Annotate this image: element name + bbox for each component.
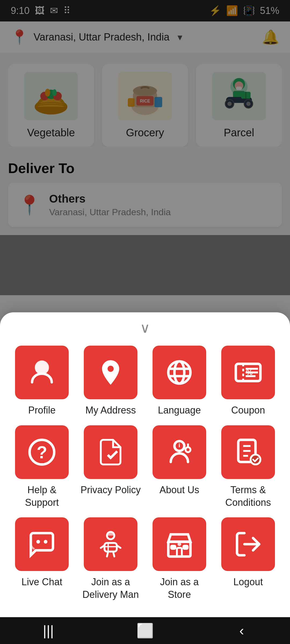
terms-icon-box	[221, 425, 275, 479]
svg-rect-60	[177, 548, 182, 557]
privacy-label: Privacy Policy	[81, 484, 141, 496]
address-label: My Address	[85, 404, 136, 417]
menu-grid: Profile My Address Language	[11, 346, 279, 601]
svg-point-63	[177, 543, 181, 546]
logout-icon	[233, 529, 263, 559]
menu-item-address[interactable]: My Address	[79, 346, 142, 417]
drawer-handle[interactable]: ∨	[11, 312, 279, 346]
svg-rect-61	[171, 546, 176, 549]
address-icon	[96, 358, 125, 387]
svg-line-57	[113, 552, 114, 557]
store-icon-box	[153, 517, 206, 571]
svg-point-49	[44, 540, 48, 544]
svg-text:?: ?	[37, 443, 47, 462]
profile-icon	[27, 358, 57, 387]
nav-back[interactable]: ‹	[231, 620, 252, 641]
profile-icon-box	[15, 346, 69, 399]
store-icon	[165, 529, 194, 559]
privacy-icon-box	[84, 425, 137, 479]
help-icon-box: ?	[15, 425, 69, 479]
language-icon	[165, 358, 194, 387]
language-label: Language	[158, 404, 201, 417]
profile-label: Profile	[28, 404, 56, 417]
overlay	[0, 0, 290, 295]
terms-label: Terms & Conditions	[217, 484, 279, 509]
nav-recent-apps[interactable]: |||	[38, 620, 59, 641]
logout-icon-box	[221, 517, 275, 571]
menu-item-privacy[interactable]: Privacy Policy	[79, 425, 142, 509]
chat-icon	[27, 529, 57, 559]
menu-item-help[interactable]: ? Help & Support	[11, 425, 73, 509]
svg-point-47	[251, 455, 260, 464]
menu-item-coupon[interactable]: % Coupon	[217, 346, 279, 417]
chat-icon-box	[15, 517, 69, 571]
logout-label: Logout	[233, 576, 263, 588]
svg-point-48	[36, 540, 40, 544]
svg-rect-62	[183, 546, 188, 549]
delivery-label: Join as a Delivery Man	[79, 576, 142, 601]
help-label: Help & Support	[11, 484, 73, 509]
svg-line-56	[107, 552, 108, 557]
about-icon: i	[165, 437, 194, 467]
menu-item-delivery[interactable]: Join as a Delivery Man	[79, 517, 142, 601]
privacy-icon	[96, 437, 125, 467]
menu-item-logout[interactable]: Logout	[217, 517, 279, 601]
menu-item-about[interactable]: i About Us	[148, 425, 211, 509]
about-icon-box: i	[153, 425, 206, 479]
svg-point-40	[186, 447, 190, 452]
help-icon: ?	[27, 437, 57, 467]
menu-item-chat[interactable]: Live Chat	[11, 517, 73, 601]
menu-item-store[interactable]: Join as a Store	[148, 517, 211, 601]
delivery-icon-box	[84, 517, 137, 571]
bottom-drawer: ∨ Profile My Address	[0, 312, 290, 617]
menu-item-profile[interactable]: Profile	[11, 346, 73, 417]
terms-icon	[233, 437, 263, 467]
svg-point-28	[175, 361, 184, 384]
navigation-bar: ||| ⬜ ‹	[0, 617, 290, 644]
nav-home[interactable]: ⬜	[134, 620, 156, 641]
svg-point-26	[36, 361, 48, 374]
menu-item-language[interactable]: Language	[148, 346, 211, 417]
delivery-icon	[96, 529, 125, 559]
address-icon-box	[84, 346, 137, 399]
svg-point-27	[168, 361, 191, 384]
coupon-icon-box: %	[221, 346, 275, 399]
language-icon-box	[153, 346, 206, 399]
menu-item-terms[interactable]: Terms & Conditions	[217, 425, 279, 509]
chat-label: Live Chat	[21, 576, 62, 588]
about-label: About Us	[160, 484, 199, 496]
store-label: Join as a Store	[148, 576, 211, 601]
svg-text:i: i	[179, 441, 180, 448]
coupon-label: Coupon	[231, 404, 265, 417]
coupon-icon: %	[233, 358, 263, 387]
